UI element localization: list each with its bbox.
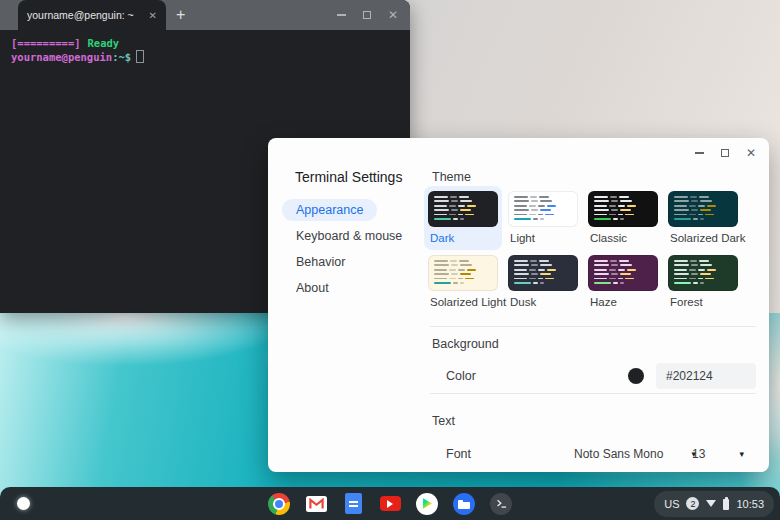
- font-family-select[interactable]: Noto Sans Mono ▾: [574, 442, 696, 466]
- terminal-window-controls: ✕: [337, 0, 398, 30]
- settings-content: Theme DarkLightClassicSolarized DarkSola…: [424, 138, 764, 472]
- theme-option-forest[interactable]: Forest: [664, 250, 742, 314]
- theme-thumbnail: [668, 255, 738, 291]
- terminal-icon: [490, 493, 512, 515]
- theme-option-label: Haze: [588, 296, 662, 308]
- terminal-tab-title: yourname@penguin: ~: [27, 9, 134, 21]
- theme-option-solarized-light[interactable]: Solarized Light: [424, 250, 502, 314]
- desktop: yourname@penguin: ~ ✕ + ✕ [=========]Rea…: [0, 0, 780, 520]
- font-family-value: Noto Sans Mono: [574, 447, 663, 461]
- theme-option-label: Solarized Dark: [668, 232, 742, 244]
- youtube-icon: [380, 496, 401, 511]
- theme-thumbnail: [508, 191, 578, 227]
- theme-option-light[interactable]: Light: [504, 186, 582, 250]
- text-section-heading: Text: [432, 414, 455, 428]
- sidebar-item-keyboard-mouse[interactable]: Keyboard & mouse: [282, 223, 430, 249]
- keyboard-layout-indicator: US: [664, 498, 679, 510]
- clock: 10:53: [736, 498, 764, 510]
- play-store-app-icon[interactable]: [416, 493, 438, 515]
- status-tray[interactable]: US 2 10:53: [654, 491, 774, 517]
- font-size-select[interactable]: 13 ▾: [692, 442, 744, 466]
- play-store-icon: [416, 493, 438, 515]
- terminal-spinner: [=========]: [11, 37, 81, 49]
- sidebar-item-label: Keyboard & mouse: [282, 225, 416, 247]
- gmail-icon: [306, 496, 327, 512]
- network-icon: [706, 500, 716, 507]
- theme-option-solarized-dark[interactable]: Solarized Dark: [664, 186, 742, 250]
- chrome-app-icon[interactable]: [268, 493, 290, 515]
- terminal-cursor: [136, 50, 144, 63]
- terminal-minimize-button[interactable]: [337, 14, 346, 16]
- terminal-app-icon[interactable]: [490, 493, 512, 515]
- color-label: Color: [446, 369, 476, 383]
- sidebar-item-appearance[interactable]: Appearance: [282, 197, 430, 223]
- shelf: US 2 10:53: [0, 487, 780, 520]
- terminal-titlebar[interactable]: yourname@penguin: ~ ✕ + ✕: [0, 0, 410, 30]
- sidebar-item-about[interactable]: About: [282, 275, 430, 301]
- notification-count-badge: 2: [686, 497, 699, 510]
- section-divider: [430, 326, 756, 327]
- theme-thumbnail: [508, 255, 578, 291]
- theme-section-heading: Theme: [432, 170, 471, 184]
- launcher-button[interactable]: [13, 494, 33, 514]
- theme-thumbnail: [668, 191, 738, 227]
- theme-option-haze[interactable]: Haze: [584, 250, 662, 314]
- font-row: Font Noto Sans Mono ▾ 13 ▾: [446, 441, 758, 467]
- terminal-prompt-symbol: :~$: [112, 51, 131, 63]
- chrome-icon: [268, 493, 290, 515]
- theme-grid: DarkLightClassicSolarized DarkSolarized …: [424, 186, 744, 314]
- new-tab-button[interactable]: +: [176, 3, 185, 27]
- gmail-app-icon[interactable]: [305, 493, 327, 515]
- font-label: Font: [446, 447, 471, 461]
- background-section-heading: Background: [432, 337, 499, 351]
- chevron-down-icon: ▾: [739, 449, 744, 459]
- theme-option-label: Dark: [428, 232, 502, 244]
- docs-icon: [345, 493, 362, 514]
- sidebar-item-label: Behavior: [282, 251, 359, 273]
- theme-thumbnail: [588, 255, 658, 291]
- sidebar-item-label: Appearance: [282, 199, 377, 221]
- shelf-apps: [268, 493, 512, 515]
- theme-option-dark[interactable]: Dark: [424, 186, 502, 250]
- settings-sidebar: AppearanceKeyboard & mouseBehaviorAbout: [282, 197, 430, 301]
- theme-thumbnail: [428, 191, 498, 227]
- page-title: Terminal Settings: [295, 169, 402, 185]
- theme-option-label: Forest: [668, 296, 742, 308]
- sidebar-item-label: About: [282, 277, 343, 299]
- files-icon: [453, 493, 475, 515]
- theme-option-label: Light: [508, 232, 582, 244]
- sidebar-item-behavior[interactable]: Behavior: [282, 249, 430, 275]
- font-size-value: 13: [692, 447, 705, 461]
- terminal-settings-window: ✕ Terminal Settings AppearanceKeyboard &…: [268, 138, 769, 472]
- section-divider: [430, 393, 756, 394]
- terminal-prompt-line: yourname@penguin:~$: [11, 50, 399, 64]
- theme-option-label: Solarized Light: [428, 296, 502, 308]
- battery-icon: [723, 499, 729, 510]
- theme-thumbnail: [588, 191, 658, 227]
- background-color-swatch[interactable]: [628, 368, 644, 384]
- background-color-input[interactable]: #202124: [656, 363, 756, 389]
- theme-thumbnail: [428, 255, 498, 291]
- terminal-close-button[interactable]: ✕: [388, 9, 398, 21]
- theme-option-label: Classic: [588, 232, 662, 244]
- files-app-icon[interactable]: [453, 493, 475, 515]
- theme-option-classic[interactable]: Classic: [584, 186, 662, 250]
- docs-app-icon[interactable]: [342, 493, 364, 515]
- youtube-app-icon[interactable]: [379, 493, 401, 515]
- terminal-maximize-button[interactable]: [363, 11, 371, 19]
- terminal-ready-status: Ready: [88, 37, 120, 49]
- terminal-ready-line: [=========]Ready: [11, 37, 399, 50]
- launcher-icon: [17, 497, 30, 510]
- background-color-row: Color #202124: [446, 362, 758, 390]
- terminal-tab[interactable]: yourname@penguin: ~ ✕: [18, 0, 166, 30]
- terminal-prompt-host: yourname@penguin: [11, 51, 112, 63]
- theme-option-dusk[interactable]: Dusk: [504, 250, 582, 314]
- tab-close-icon[interactable]: ✕: [149, 10, 157, 21]
- terminal-output[interactable]: [=========]Ready yourname@penguin:~$: [0, 30, 410, 71]
- theme-option-label: Dusk: [508, 296, 582, 308]
